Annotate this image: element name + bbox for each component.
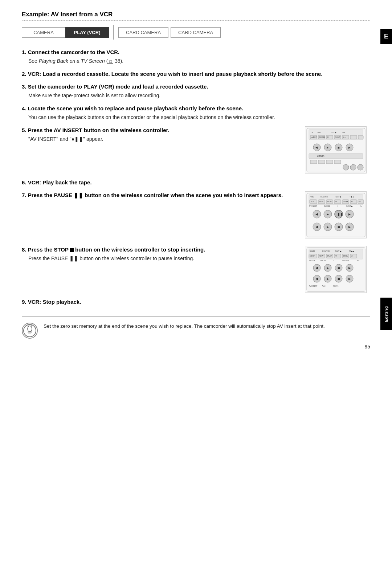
svg-text:◀: ◀ [315, 212, 318, 216]
svg-text:A/INSERT: A/INSERT [309, 205, 317, 207]
svg-text:◀: ◀ [315, 266, 318, 270]
svg-text:4/30: 4/30 [311, 200, 314, 203]
svg-text:FF: FF [335, 200, 337, 203]
tip-icon-svg [23, 324, 37, 338]
svg-text:PLAY ▶: PLAY ▶ [335, 250, 342, 252]
svg-point-33 [350, 164, 356, 170]
svg-text:II: II [327, 136, 328, 138]
svg-text:FF ▶▶: FF ▶▶ [349, 196, 355, 198]
svg-point-32 [343, 164, 349, 170]
step-4-body: You can use the playback buttons on the … [28, 114, 370, 121]
tip-box: Set the zero set memory at the end of th… [22, 316, 370, 339]
svg-text:NEXT●: NEXT● [333, 285, 339, 287]
step-7-text: 7. Press the PAUSE ❚❚ button on the wire… [22, 191, 298, 200]
svg-text:◼: ◼ [338, 225, 340, 229]
step-6: 6. VCR: Play back the tape. [22, 179, 370, 186]
step-3-num: 3. [22, 83, 28, 90]
step-4: 4. Locate the scene you wish to replace … [22, 105, 370, 121]
svg-text:# ≥: # ≥ [360, 205, 362, 207]
mode-play-vcr: PLAY (VCR) [65, 27, 109, 38]
svg-text:STO▶: STO▶ [331, 131, 336, 134]
step-3: 3. Set the camcorder to PLAY (VCR) mode … [22, 83, 370, 99]
step-8: 8. Press the STOP button on the wireless… [22, 246, 370, 293]
svg-text:◼: ◼ [338, 146, 340, 149]
svg-point-118 [24, 324, 36, 337]
svg-text:SLOW▶: SLOW▶ [346, 205, 353, 207]
svg-rect-11 [350, 135, 357, 139]
svg-text:SLOW▶: SLOW▶ [342, 260, 349, 262]
svg-text:STO▶: STO▶ [343, 200, 348, 203]
svg-text:##: ## [359, 200, 361, 203]
step-8-text: 8. Press the STOP button on the wireless… [22, 246, 298, 265]
svg-text:PLAY: PLAY [327, 255, 332, 257]
svg-text:# ≥: # ≥ [343, 136, 346, 138]
step-4-num: 4. [22, 105, 28, 111]
svg-text:REWIND: REWIND [320, 196, 328, 198]
svg-text:PLAY ▶: PLAY ▶ [335, 196, 342, 198]
step-9-num: 9. [22, 299, 28, 305]
svg-text:REWIND: REWIND [322, 250, 330, 252]
svg-text:▶: ▶ [348, 266, 351, 270]
svg-rect-31 [334, 160, 341, 164]
svg-text:◀: ◀ [315, 277, 318, 281]
tip-icon [22, 323, 38, 339]
step-5-image-col: TV -/+40 STO▶ +/= A/REC PAUSE II [305, 126, 370, 173]
page-number: 95 [364, 344, 370, 350]
page-container: E Editing Example: AV Insert from a VCR … [0, 0, 392, 360]
svg-text:FF ▶▶: FF ▶▶ [349, 250, 355, 252]
svg-text:❚❚: ❚❚ [338, 213, 343, 216]
svg-text:◀: ◀ [315, 225, 318, 229]
svg-text:▶: ▶ [348, 213, 351, 216]
svg-rect-12 [358, 135, 363, 139]
step-7-image-col: 4/30 REWIND PLAY ▶ FF ▶▶ 4/30 REW PLAY F… [305, 191, 370, 238]
mode-card-camera-2: CARD CAMERA [171, 27, 221, 38]
step-5-heading: 5. Press the AV INSERT button on the wir… [22, 126, 298, 134]
svg-text:+/-: +/- [351, 255, 353, 257]
svg-text:◼: ◼ [338, 266, 340, 270]
svg-text:TV: TV [310, 131, 313, 134]
remote-image-3: 330/07 REWIND PLAY ▶ FF ▶▶ 330/07 REW PL… [305, 246, 367, 293]
step-8-num: 8. [22, 246, 28, 253]
mode-separator [113, 25, 114, 40]
step-7-heading: 7. Press the PAUSE ❚❚ button on the wire… [22, 191, 298, 199]
step-1: 1. Connect the camcorder to the VCR. See… [22, 48, 370, 65]
svg-text:PAUSE: PAUSE [324, 205, 330, 207]
svg-text:▶: ▶ [348, 277, 351, 281]
step-4-heading: 4. Locate the scene you wish to replace … [22, 105, 370, 112]
svg-text:# ≥: # ≥ [357, 260, 359, 262]
tip-text: Set the zero set memory at the end of th… [44, 323, 325, 330]
step-8-image-col: 330/07 REWIND PLAY ▶ FF ▶▶ 330/07 REW PL… [305, 246, 370, 293]
remote-svg-2: 4/30 REWIND PLAY ▶ FF ▶▶ 4/30 REW PLAY F… [306, 192, 366, 238]
step-5-num: 5. [22, 127, 28, 133]
remote-svg-3: 330/07 REWIND PLAY ▶ FF ▶▶ 330/07 REW PL… [306, 247, 366, 292]
svg-text:-/+40: -/+40 [317, 131, 321, 134]
svg-text:AV INSERT: AV INSERT [309, 285, 318, 287]
step-8-spacer: 8. Press the STOP button on the wireless… [22, 246, 370, 293]
mode-camera: CAMERA [22, 27, 65, 38]
svg-text:PLAY: PLAY [327, 200, 332, 203]
svg-text:330/07: 330/07 [310, 255, 315, 257]
svg-text:▶: ▶ [327, 225, 329, 229]
step-8-body: Press the PAUSE ❚❚ button on the wireles… [28, 255, 298, 262]
step-5: 5. Press the AV INSERT button on the wir… [22, 126, 370, 173]
svg-text:II: II [333, 260, 334, 262]
step-1-num: 1. [22, 49, 28, 55]
stop-symbol [70, 248, 74, 252]
side-tab-e: E [380, 29, 392, 44]
svg-text:AL-2: AL-2 [322, 285, 326, 287]
step-9-heading: 9. VCR: Stop playback. [22, 298, 370, 306]
svg-text:+/-: +/- [351, 200, 353, 203]
svg-point-119 [28, 326, 32, 332]
svg-text:PAUSE: PAUSE [319, 136, 325, 138]
svg-text:II: II [337, 205, 338, 207]
svg-text:STO▶: STO▶ [343, 255, 348, 257]
svg-text:▶: ▶ [327, 277, 329, 281]
svg-text:▶: ▶ [327, 266, 329, 270]
remote-image-1: TV -/+40 STO▶ +/= A/REC PAUSE II [305, 126, 367, 173]
step-1-body: See Playing Back on a TV Screen (□ 38). [28, 57, 370, 65]
svg-text:◼: ◼ [338, 277, 340, 281]
mode-bar: CAMERA PLAY (VCR) CARD CAMERA CARD CAMER… [22, 25, 370, 40]
svg-text:◀: ◀ [315, 146, 318, 149]
step-5-body: "AV INSERT" and "●❚❚" appear. [28, 135, 298, 143]
svg-text:▶: ▶ [348, 225, 351, 229]
